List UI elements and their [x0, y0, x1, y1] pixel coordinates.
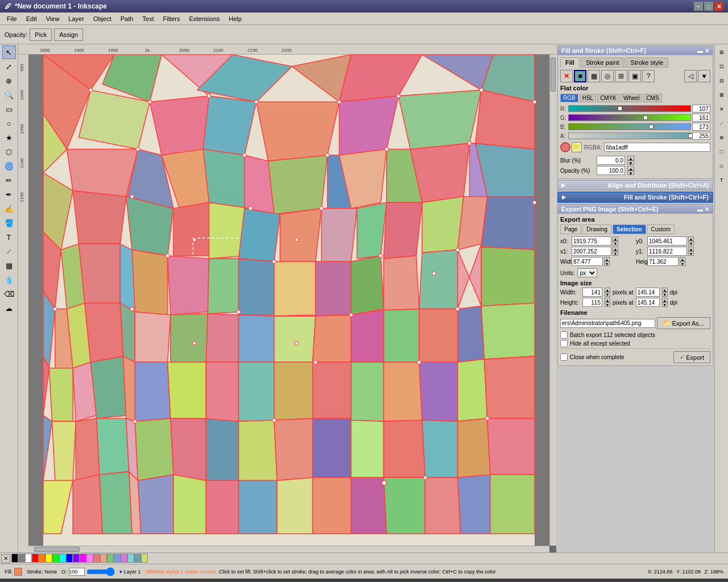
fill-flat-button[interactable]: ■	[574, 70, 586, 82]
tool-bucket[interactable]: 🪣	[2, 216, 16, 230]
g-slider[interactable]	[568, 114, 691, 121]
x0-up[interactable]: ▲	[613, 236, 618, 241]
mode-cms[interactable]: CMS	[643, 94, 661, 102]
menu-help[interactable]: Help	[224, 14, 246, 23]
y0-down[interactable]: ▼	[688, 241, 694, 246]
y0-input[interactable]	[647, 236, 687, 246]
y1-up[interactable]: ▲	[688, 247, 694, 251]
opacity-up[interactable]: ▲	[627, 166, 634, 171]
swatch-2[interactable]	[18, 554, 25, 563]
export-page-btn[interactable]: Page	[560, 225, 581, 234]
fill-swatch-button[interactable]: ▣	[628, 70, 641, 82]
tool-3d[interactable]: ⬡	[2, 145, 16, 159]
snap-btn-9[interactable]: ◇	[715, 159, 729, 173]
img-height-input[interactable]	[582, 298, 602, 307]
tool-eraser[interactable]: ⌫	[2, 287, 16, 301]
swatch-4[interactable]	[32, 554, 39, 563]
swatch-1[interactable]	[11, 554, 18, 563]
swatch-18[interactable]	[127, 554, 134, 563]
height-down[interactable]: ▼	[680, 261, 685, 266]
batch-export-checkbox[interactable]	[560, 331, 568, 339]
tool-spiral[interactable]: 🌀	[2, 159, 16, 173]
tool-tweak[interactable]: ⊕	[2, 74, 16, 88]
height-up[interactable]: ▲	[680, 257, 685, 261]
swatch-11[interactable]	[80, 554, 86, 563]
swatch-16[interactable]	[114, 554, 121, 563]
tool-pen[interactable]: ✒	[2, 188, 16, 201]
export-custom-btn[interactable]: Custom	[647, 225, 675, 234]
snap-btn-4[interactable]: ⊠	[715, 88, 729, 102]
hide-except-checkbox[interactable]	[560, 340, 568, 347]
snap-btn-6[interactable]: ⟋	[715, 117, 729, 130]
tool-connector[interactable]: ⟋	[2, 244, 16, 258]
tool-eyedropper[interactable]: 💧	[2, 273, 16, 286]
x1-input[interactable]	[572, 247, 611, 256]
menu-file[interactable]: File	[2, 14, 22, 23]
tool-node[interactable]: ⤢	[2, 60, 16, 73]
tab-stroke-paint[interactable]: Stroke paint	[581, 57, 624, 68]
canvas-drawing[interactable]	[28, 55, 549, 546]
y1-input[interactable]	[647, 247, 687, 256]
tool-gradient[interactable]: ▦	[2, 259, 16, 272]
tab-stroke-style[interactable]: Stroke style	[626, 57, 668, 68]
swatch-15[interactable]	[107, 554, 114, 563]
snap-btn-2[interactable]: ⊡	[715, 60, 729, 73]
opacity-down[interactable]: ▼	[627, 171, 634, 175]
tool-zoom[interactable]: 🔍	[2, 88, 16, 102]
swatch-7[interactable]	[52, 554, 59, 563]
blur-up[interactable]: ▲	[627, 156, 634, 160]
mode-hsl[interactable]: HSL	[580, 94, 596, 102]
assign-button[interactable]: Assign	[54, 28, 83, 41]
x0-input[interactable]	[572, 236, 611, 246]
canvas-area[interactable]: 1850 1900 1950 2k 2050 2100 2150 2200 95…	[18, 44, 556, 552]
filename-input[interactable]	[560, 319, 655, 328]
r-slider[interactable]	[568, 105, 691, 112]
fill-unknown-button[interactable]: ?	[642, 70, 655, 82]
horizontal-scrollbar[interactable]	[28, 546, 549, 552]
menu-object[interactable]: Object	[89, 14, 116, 23]
fill-radial-button[interactable]: ◎	[601, 70, 614, 82]
snap-btn-8[interactable]: □	[715, 145, 729, 159]
fill-pattern-button[interactable]: ⊞	[615, 70, 627, 82]
menu-filters[interactable]: Filters	[159, 14, 185, 23]
b-value[interactable]	[692, 123, 710, 131]
x1-down[interactable]: ▼	[613, 251, 618, 256]
snap-btn-10[interactable]: T	[715, 173, 729, 187]
tool-calligraphy[interactable]: ✍	[2, 202, 16, 215]
mode-wheel[interactable]: Wheel	[621, 94, 642, 102]
img-width-input[interactable]	[582, 288, 602, 297]
dpi-2-input[interactable]	[636, 298, 660, 307]
fill-option1[interactable]: ◁	[684, 70, 697, 82]
a-slider[interactable]	[568, 132, 691, 139]
export-selection-btn[interactable]: Selection	[613, 225, 646, 234]
img-width-up[interactable]: ▲	[605, 288, 610, 292]
menu-text[interactable]: Text	[138, 14, 158, 23]
fill-stroke-header[interactable]: Fill and Stroke (Shift+Ctrl+F) ▬ ✕	[558, 46, 713, 55]
opacity-input-bottom[interactable]	[69, 568, 85, 576]
swatch-20[interactable]	[141, 554, 148, 563]
blur-value[interactable]	[597, 156, 625, 165]
opacity-value[interactable]	[597, 166, 625, 175]
mode-rgb[interactable]: RGB	[560, 94, 578, 102]
fill-stroke-header-2[interactable]: ▶ Fill and Stroke (Shift+Ctrl+F)	[559, 193, 712, 202]
img-height-down[interactable]: ▼	[605, 302, 610, 307]
swatch-13[interactable]	[93, 554, 100, 563]
tool-spray[interactable]: ☁	[2, 301, 16, 315]
swatch-14[interactable]	[100, 554, 107, 563]
menu-path[interactable]: Path	[116, 14, 138, 23]
menu-view[interactable]: View	[42, 14, 64, 23]
pick-button[interactable]: Pick	[30, 28, 52, 41]
b-slider[interactable]	[568, 123, 691, 130]
snap-btn-5[interactable]: ✕	[715, 102, 729, 116]
dpi-1-input[interactable]	[636, 288, 660, 297]
color-preview-alt[interactable]: ⭐	[572, 142, 582, 152]
dpi1-up[interactable]: ▲	[662, 288, 668, 292]
tool-select[interactable]: ↖	[2, 45, 16, 59]
tool-star[interactable]: ★	[2, 131, 16, 144]
minimize-button[interactable]: −	[694, 2, 703, 11]
r-value[interactable]	[692, 105, 710, 113]
close-button[interactable]: ✕	[714, 2, 723, 11]
x0-down[interactable]: ▼	[613, 241, 618, 246]
mode-cmyk[interactable]: CMYK	[597, 94, 619, 102]
tool-text[interactable]: T	[2, 230, 16, 244]
